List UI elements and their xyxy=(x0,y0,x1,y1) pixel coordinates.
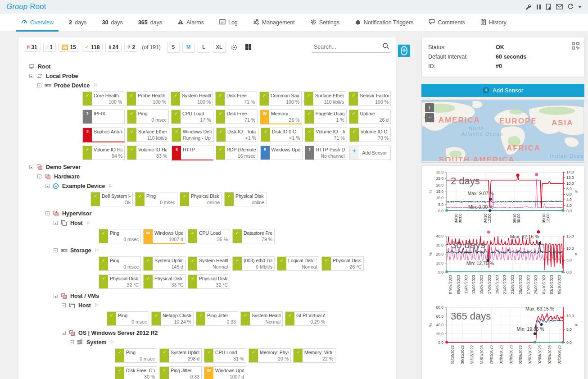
sensor-tile[interactable]: ✓Volume IO Har...83 % xyxy=(127,146,169,160)
collapse-toggle[interactable]: - xyxy=(29,165,33,169)
graph-block-2days[interactable]: 0,05,010,015,020,025,030,004/1000:0004/1… xyxy=(427,169,579,233)
priority-flag-icon[interactable]: ⚐ xyxy=(86,220,91,226)
sensor-tile[interactable]: ✓CPU Load35 % xyxy=(188,229,230,243)
sensor-tile[interactable]: !!HTTP xyxy=(172,146,213,160)
tile-size-l[interactable]: L xyxy=(198,42,210,53)
envelope-icon[interactable] xyxy=(556,4,563,9)
sensor-tile[interactable]: ✓Disk IO _Total<1 % xyxy=(216,128,258,142)
collapse-toggle[interactable]: - xyxy=(62,331,66,335)
status-filter-up[interactable]: ✓118 xyxy=(82,43,103,52)
collapse-toggle[interactable]: - xyxy=(45,184,50,188)
sensor-tile[interactable]: ✓Memory: Virtu...22 % xyxy=(293,348,335,363)
tile-size-m[interactable]: M xyxy=(182,42,195,53)
priority-flag-icon[interactable]: ⚐ xyxy=(109,339,114,346)
graph-30days[interactable]: 0,010,020,030,040,007/09/202309/09/20231… xyxy=(427,233,579,302)
caret-down-icon[interactable] xyxy=(578,6,582,8)
sensor-tile[interactable]: ✓Disk Free: C:\30 % xyxy=(115,366,157,379)
add-sensor-button[interactable]: + Add Sensor xyxy=(421,84,584,97)
sensor-tile[interactable]: ✓Common SaaS...100 % xyxy=(259,91,302,106)
sensor-tile[interactable]: ✓Physical Disk: ...26 °C xyxy=(321,256,364,271)
sensor-tile[interactable]: ✓CPU Load17 % xyxy=(171,110,213,124)
graph-block-30days[interactable]: 0,010,020,030,040,007/09/202309/09/20231… xyxy=(427,233,579,304)
tree-node-label[interactable]: Demo Server xyxy=(46,164,81,170)
search-input[interactable] xyxy=(313,43,382,50)
sensor-tile[interactable]: WMemory26 % xyxy=(260,110,302,124)
tab-management[interactable]: Management xyxy=(245,14,303,32)
tile-view-grid-icon[interactable] xyxy=(243,42,254,52)
pause-icon[interactable] xyxy=(536,4,541,10)
tab-history[interactable]: History xyxy=(473,14,514,32)
sensor-tile[interactable]: ✓Uptime26 d xyxy=(349,110,391,124)
collapse-toggle[interactable]: - xyxy=(37,174,41,178)
tree-node-label[interactable]: Host xyxy=(78,302,91,309)
sensor-tile[interactable]: ✓Ping0 msec xyxy=(99,256,141,271)
priority-flag-icon[interactable]: ⚐ xyxy=(93,82,98,89)
sensor-tile[interactable]: ✓Memory: Physi...20 % xyxy=(249,348,291,363)
collapse-toggle[interactable]: - xyxy=(45,211,50,215)
priority-flag-icon[interactable]: ⚐ xyxy=(94,302,99,309)
collapse-toggle[interactable]: - xyxy=(37,83,41,87)
sensor-tile[interactable]: ✓RDP (Remote ...16 msec xyxy=(216,146,258,160)
tree-node-label[interactable]: Probe Device xyxy=(54,82,90,89)
tree-node-label[interactable]: Hardware xyxy=(54,174,80,180)
collapse-toggle[interactable]: - xyxy=(54,294,58,298)
sensor-tile[interactable]: ✓System HealthNormal xyxy=(188,256,230,271)
sensor-tile[interactable]: ✓Ping Jitter0.33 xyxy=(159,366,202,379)
sensor-tile[interactable]: ✓Surface Ethern...110 kbit/s xyxy=(127,128,169,142)
collapse-toggle[interactable]: - xyxy=(62,303,66,307)
graph-365days[interactable]: 0,020,040,060,080,031/10/202230/11/20223… xyxy=(427,305,579,376)
sensor-tile[interactable]: ✓Physical Disk: ...33 °C xyxy=(143,274,185,289)
page-add-icon[interactable] xyxy=(546,4,552,10)
sensor-tile[interactable]: ✓Ping0 msec xyxy=(107,311,149,326)
graph-2days[interactable]: 0,05,010,015,020,025,030,004/1000:0004/1… xyxy=(427,169,579,231)
tree-node-label[interactable]: Local Probe xyxy=(46,73,78,79)
status-filter-down[interactable]: !!31 xyxy=(24,43,41,52)
sensor-tile[interactable]: ✓Disk Free71 % xyxy=(215,91,257,106)
sensor-tile[interactable]: ✓Ping0 msec xyxy=(127,110,169,124)
sensor-tile[interactable]: ✓Probe Health100 % xyxy=(127,91,168,106)
sensor-tile[interactable]: ✓Physical Disk: ...32 °C xyxy=(99,274,141,289)
collapse-toggle[interactable]: - xyxy=(29,74,33,78)
sensor-tile[interactable]: IIWindows Upda... xyxy=(260,146,303,160)
sensor-tile[interactable]: ✓Physical Disk: ...32 °C xyxy=(188,274,230,289)
sensor-tile[interactable]: ✓System HealthNormal xyxy=(240,311,283,326)
status-filter-paused[interactable]: II24 xyxy=(105,43,121,52)
tree-node-label[interactable]: Example Device xyxy=(62,183,105,189)
sensor-tile[interactable]: ✓Ping0 msec xyxy=(99,229,141,243)
sensor-tile[interactable]: WWindows Upda...1007 d xyxy=(204,366,246,379)
sensor-tile[interactable]: ✓Surface Ethern...110 kbit/s xyxy=(304,91,346,106)
sensor-tile[interactable]: ✓CPU Load31 % xyxy=(204,348,246,363)
sensor-tile[interactable]: ✓System Health100 % xyxy=(171,91,213,106)
sensor-tile[interactable]: ✓Ping0 msec xyxy=(135,192,177,206)
tree-display-settings-icon[interactable] xyxy=(228,42,240,52)
tree-node-label[interactable]: Root xyxy=(38,64,50,70)
sensor-tile[interactable]: ✓Physical Disk 0...online xyxy=(180,192,222,206)
tab-overview[interactable]: Overview xyxy=(14,14,61,32)
sensor-tile[interactable]: ✓Datastore Free...79 % xyxy=(232,229,275,243)
sensor-tile[interactable]: ✓Windows Defe...Running - Up to D... xyxy=(172,128,214,142)
tab-settings[interactable]: Settings xyxy=(303,14,347,32)
tab-notification-triggers[interactable]: Notification Triggers xyxy=(347,14,421,32)
sensor-tile[interactable]: ✓Pagefile Usage1 % xyxy=(304,110,347,124)
tile-size-s[interactable]: S xyxy=(167,42,180,53)
tab-days-365[interactable]: 365days xyxy=(131,14,170,32)
sensor-tile[interactable]: WWindows Upda...1007 d xyxy=(143,229,185,244)
sensor-tile[interactable]: ✓Netapp-Cluster...10.24 % xyxy=(151,311,194,326)
geo-map[interactable]: TH AMERICAEUROPEASIAAFRICASOUTH AMERICAN… xyxy=(421,100,585,163)
tree-node-label[interactable]: System xyxy=(86,339,106,346)
collapse-toggle[interactable]: - xyxy=(70,340,74,344)
tree-node-label[interactable]: Storage xyxy=(70,247,91,254)
wrench-icon[interactable] xyxy=(525,4,532,10)
sensor-tile[interactable]: ✓Ping0 msec xyxy=(115,348,157,363)
status-filter-downack[interactable]: !1 xyxy=(43,43,56,52)
status-filter-warn[interactable]: W15 xyxy=(59,43,79,52)
search-icon[interactable] xyxy=(382,42,389,51)
sensor-tile[interactable]: ✓System Uptime298 d xyxy=(159,348,202,363)
sensor-tile[interactable]: ✓System Uptime145 d xyxy=(143,256,185,271)
add-object-floating-button[interactable]: + xyxy=(398,45,410,57)
sensor-tile[interactable]: ?IPFIX xyxy=(82,110,125,124)
sensor-tile[interactable]: ✓Sensor Factory100 % xyxy=(348,91,391,106)
graph-block-365days[interactable]: 0,020,040,060,080,031/10/202230/11/20223… xyxy=(427,305,579,378)
map-zoom-in-button[interactable]: + xyxy=(425,103,434,112)
add-sensor-tile[interactable]: +Add Sensor xyxy=(349,146,391,160)
